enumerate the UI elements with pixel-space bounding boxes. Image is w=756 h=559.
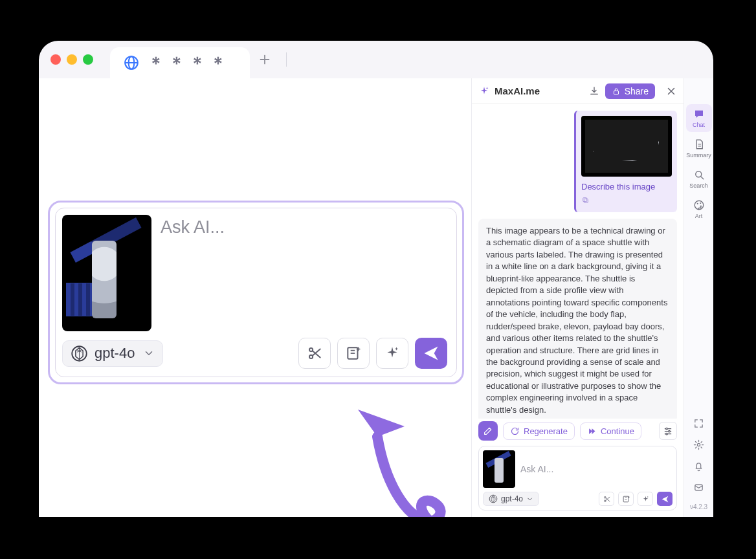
scissors-icon	[603, 495, 611, 503]
chat-icon	[693, 108, 705, 120]
mini-screenshot-button[interactable]	[599, 492, 614, 506]
openai-icon	[489, 494, 498, 503]
book-icon	[622, 495, 630, 503]
settings-button[interactable]	[693, 439, 704, 450]
mini-prompt-input[interactable]: Ask AI...	[520, 464, 553, 474]
brand: MaxAI.me	[478, 85, 540, 97]
chat-action-row: Regenerate Continue	[472, 419, 684, 446]
rail-art[interactable]: Art	[686, 195, 712, 223]
mini-prompt-library-button[interactable]	[618, 492, 634, 506]
fast-forward-icon	[587, 426, 597, 436]
chat-panel: MaxAI.me Share Describe this image	[471, 78, 684, 517]
close-panel-button[interactable]	[665, 85, 677, 97]
continue-label: Continue	[601, 426, 634, 436]
attached-image-thumbnail[interactable]	[62, 215, 151, 331]
rail-summary-label: Summary	[686, 152, 711, 159]
share-button[interactable]: Share	[605, 83, 655, 99]
annotation-arrow	[307, 385, 476, 517]
notifications-button[interactable]	[693, 461, 704, 472]
book-icon	[345, 345, 362, 362]
browser-window: ＊＊＊＊ Ask AI...	[39, 41, 713, 517]
plus-icon	[258, 52, 272, 67]
model-label: gpt-4o	[94, 345, 135, 362]
user-message: Describe this image	[574, 111, 677, 212]
mini-model-selector[interactable]: gpt-4o	[483, 492, 539, 506]
window-controls	[50, 54, 93, 65]
lock-icon	[612, 87, 621, 96]
feedback-button[interactable]	[693, 482, 704, 493]
ai-response: This image appears to be a technical dra…	[478, 219, 677, 419]
edit-icon	[483, 426, 493, 436]
side-rail: Chat Summary Search Art v4.2.3	[684, 78, 713, 517]
page-content: Ask AI... gpt-4o	[39, 78, 471, 517]
search-icon	[693, 169, 705, 181]
rail-search[interactable]: Search	[686, 165, 712, 193]
sliders-icon	[663, 426, 673, 436]
model-selector[interactable]: gpt-4o	[62, 340, 163, 367]
copy-icon	[581, 196, 590, 204]
rail-summary[interactable]: Summary	[686, 135, 712, 162]
fullscreen-button[interactable]	[693, 418, 704, 429]
prompt-input[interactable]: Ask AI...	[161, 215, 225, 331]
rail-chat-label: Chat	[693, 122, 705, 128]
download-button[interactable]	[588, 85, 600, 97]
sparkles-icon	[641, 495, 650, 503]
tab-title: ＊＊＊＊	[148, 52, 230, 74]
sparkles-icon	[384, 345, 401, 362]
mini-composer: Ask AI... gpt-4o	[478, 446, 677, 510]
user-message-text: Describe this image	[581, 182, 672, 192]
send-button[interactable]	[415, 338, 447, 369]
share-label: Share	[625, 86, 649, 96]
openai-icon	[71, 345, 88, 362]
document-icon	[693, 138, 705, 150]
user-image-attachment[interactable]	[581, 116, 672, 177]
window-minimize-button[interactable]	[67, 54, 77, 65]
ai-prompt-card: Ask AI... gpt-4o	[48, 201, 464, 384]
mini-ai-tools-button[interactable]	[638, 492, 653, 506]
browser-tab[interactable]: ＊＊＊＊	[110, 47, 250, 78]
globe-icon	[123, 54, 140, 71]
send-icon	[422, 344, 440, 362]
rail-art-label: Art	[695, 213, 703, 219]
version-label: v4.2.3	[690, 503, 707, 510]
separator	[286, 52, 287, 67]
new-tab-button[interactable]	[258, 52, 272, 67]
chevron-down-icon	[143, 347, 155, 359]
scissors-icon	[306, 345, 323, 362]
chevron-down-icon	[526, 496, 533, 503]
refresh-icon	[510, 426, 520, 436]
continue-button[interactable]: Continue	[580, 422, 641, 440]
screenshot-button[interactable]	[298, 338, 331, 369]
copy-button[interactable]	[581, 195, 672, 207]
ai-tools-button[interactable]	[376, 338, 408, 369]
window-close-button[interactable]	[50, 54, 61, 65]
new-chat-button[interactable]	[478, 421, 498, 441]
prompt-library-button[interactable]	[337, 338, 370, 369]
browser-titlebar: ＊＊＊＊	[39, 41, 713, 78]
regenerate-button[interactable]: Regenerate	[503, 422, 575, 440]
send-icon	[661, 495, 669, 503]
sparkles-icon	[478, 85, 490, 97]
mini-attached-image[interactable]	[483, 450, 515, 488]
regenerate-label: Regenerate	[524, 426, 568, 436]
tune-button[interactable]	[659, 422, 677, 440]
mini-model-label: gpt-4o	[501, 494, 523, 503]
window-zoom-button[interactable]	[83, 54, 93, 65]
brand-name: MaxAI.me	[495, 85, 540, 96]
rail-search-label: Search	[689, 182, 708, 189]
rail-chat[interactable]: Chat	[686, 104, 712, 132]
mini-send-button[interactable]	[657, 492, 673, 506]
chat-header: MaxAI.me Share	[472, 78, 684, 104]
palette-icon	[693, 199, 705, 211]
